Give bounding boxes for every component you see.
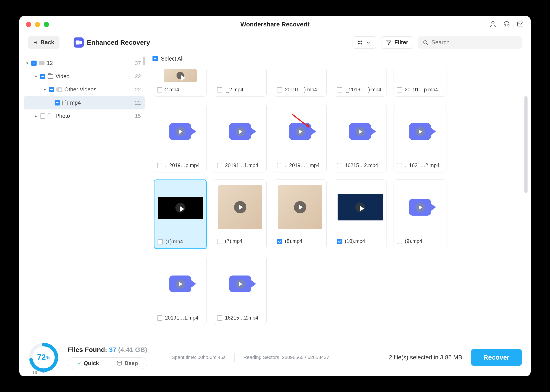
back-button[interactable]: Back (28, 36, 59, 49)
file-card[interactable]: 20191…1.mp4 (154, 256, 207, 325)
tree-count: 37 (135, 60, 143, 66)
file-name: 20191…).mp4 (285, 87, 317, 93)
select-all-row[interactable]: Select All (147, 52, 531, 65)
checkbox-icon[interactable] (217, 87, 222, 92)
mode-deep[interactable]: Deep (107, 358, 147, 369)
search-input[interactable] (431, 39, 517, 46)
expand-icon[interactable]: ▾ (34, 74, 38, 79)
file-card[interactable]: 20191…p.mp4 (393, 68, 446, 97)
file-name: 20191…1.mp4 (225, 162, 258, 168)
scrollbar[interactable] (143, 56, 145, 65)
file-name: (1).mp4 (165, 239, 183, 245)
file-card[interactable]: ._20191…).mp4 (334, 68, 386, 97)
filter-button[interactable]: Filter (381, 36, 413, 49)
checkbox-icon[interactable] (152, 56, 158, 61)
found-label: Files Found: (68, 346, 109, 353)
tree-photo[interactable]: ▸ Photo 15 (24, 109, 145, 123)
file-name: 20191…1.mp4 (165, 315, 198, 321)
expand-icon[interactable]: ▾ (25, 61, 29, 66)
svg-rect-1 (517, 22, 523, 26)
file-card[interactable]: 16215…2.mp4 (214, 256, 267, 325)
brand: Enhanced Recovery (74, 37, 150, 48)
scan-meta: Spent time: 00h:50m:45s Reading Sectors:… (163, 353, 338, 362)
expand-icon[interactable]: ▾ (43, 87, 47, 92)
scan-mode-toggle[interactable]: Quick Deep (68, 357, 147, 369)
tree-other-videos[interactable]: ▾ Other Videos 22 (24, 83, 145, 96)
file-card[interactable]: (8).mp4 (274, 180, 327, 249)
checkbox-icon[interactable] (217, 315, 222, 321)
checkbox-icon[interactable] (397, 239, 402, 244)
view-mode-button[interactable] (353, 36, 376, 49)
checkbox-icon[interactable] (337, 239, 342, 244)
support-icon[interactable] (503, 20, 510, 29)
checkbox-icon[interactable] (217, 239, 222, 244)
tree-mp4[interactable]: mp4 22 (24, 96, 145, 109)
mode-quick[interactable]: Quick (68, 358, 107, 369)
tree-video[interactable]: ▾ Video 22 (24, 70, 145, 83)
brand-label: Enhanced Recovery (87, 39, 150, 46)
expand-icon[interactable]: ▸ (34, 114, 38, 119)
checkbox-icon[interactable] (157, 239, 163, 245)
checkbox-icon[interactable] (277, 239, 282, 244)
file-name: ._1621…2.mp4 (405, 162, 439, 168)
maximize-icon[interactable] (44, 22, 49, 27)
progress-value: 72 (37, 353, 46, 362)
tree-label: 12 (47, 60, 133, 66)
feedback-icon[interactable] (516, 20, 524, 29)
file-name: ._2019…1.mp4 (285, 162, 320, 168)
tree-count: 22 (135, 87, 143, 93)
camera-icon (57, 87, 62, 92)
file-card[interactable]: 20191…).mp4 (274, 68, 327, 97)
account-icon[interactable] (489, 20, 497, 29)
file-card[interactable]: (9).mp4 (393, 180, 446, 249)
selection-info: 2 file(s) selected in 3.86 MB (389, 354, 462, 361)
checkbox-icon[interactable] (277, 163, 282, 168)
file-name: (9).mp4 (405, 238, 422, 244)
file-card[interactable]: ._2019…1.mp4 (274, 104, 327, 172)
minimize-icon[interactable] (35, 22, 40, 27)
checkbox-icon[interactable] (31, 61, 36, 66)
checkbox-icon[interactable] (337, 163, 342, 168)
file-card[interactable]: 2.mp4 (154, 68, 207, 97)
tree-root[interactable]: ▾ 12 37 (24, 56, 145, 70)
app-window: Wondershare Recoverit Back Enhanced Reco… (19, 16, 531, 376)
checkbox-icon[interactable] (397, 87, 402, 92)
tree-label: Video (56, 73, 133, 79)
checkbox-icon[interactable] (217, 163, 222, 168)
checkbox-icon[interactable] (157, 163, 162, 168)
checkbox-icon[interactable] (337, 87, 342, 92)
file-card[interactable]: (7).mp4 (214, 180, 267, 249)
checkbox-icon[interactable] (397, 163, 402, 168)
svg-point-12 (117, 361, 122, 363)
file-name: (10).mp4 (345, 238, 365, 244)
checkbox-icon[interactable] (40, 74, 45, 79)
found-count: 37 (109, 346, 116, 353)
pause-icon[interactable]: ❚❚ (32, 370, 37, 375)
file-card[interactable]: ._2.mp4 (214, 68, 267, 97)
search-box[interactable] (418, 36, 522, 49)
close-icon[interactable] (26, 22, 31, 27)
recover-button[interactable]: Recover (471, 349, 522, 366)
file-card[interactable]: ._2019…p.mp4 (154, 104, 207, 172)
checkbox-icon[interactable] (40, 113, 45, 119)
toolbar: Back Enhanced Recovery Filter (19, 33, 531, 52)
select-all-label: Select All (161, 56, 184, 62)
tree-count: 15 (135, 113, 143, 119)
file-card[interactable]: ._1621…2.mp4 (393, 104, 446, 172)
checkbox-icon[interactable] (55, 100, 60, 105)
checkbox-icon[interactable] (157, 315, 162, 321)
file-card[interactable]: 20191…1.mp4 (214, 104, 267, 172)
checkbox-icon[interactable] (277, 87, 282, 92)
folder-icon (48, 74, 53, 79)
file-card[interactable]: (10).mp4 (334, 180, 386, 249)
checkbox-icon[interactable] (157, 87, 162, 92)
file-card-selected[interactable]: (1).mp4 (154, 180, 207, 249)
checkbox-icon[interactable] (49, 87, 54, 92)
spent-time: Spent time: 00h:50m:45s (172, 355, 226, 360)
stop-icon[interactable]: ■ (41, 370, 46, 375)
file-name: (8).mp4 (285, 238, 302, 244)
file-card[interactable]: 16215…2.mp4 (334, 104, 386, 172)
reading-sectors: Reading Sectors: 28098560 / 62653437 (243, 355, 329, 360)
scrollbar[interactable] (524, 96, 528, 193)
svg-point-6 (361, 43, 362, 44)
